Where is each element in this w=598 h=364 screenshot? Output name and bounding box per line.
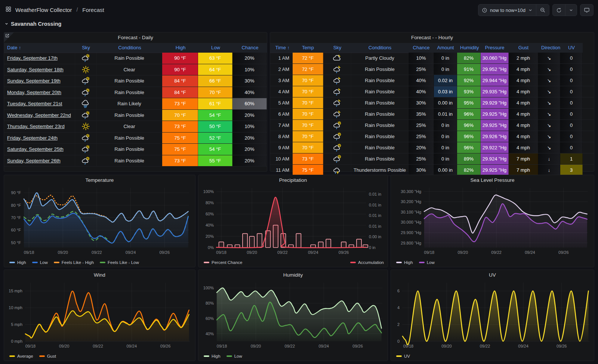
date-link[interactable]: Saturday, September 18th: [7, 67, 64, 72]
rain-sun-icon: [333, 154, 342, 164]
column-header-direction[interactable]: Direction: [538, 43, 560, 53]
svg-text:0 mph: 0 mph: [11, 339, 22, 343]
legend-item[interactable]: Feels Like - Low: [100, 260, 139, 265]
cell-direction: ↘: [538, 53, 560, 63]
legend-item[interactable]: UV: [396, 354, 410, 358]
legend-item[interactable]: Gust: [39, 354, 56, 358]
svg-text:0: 0: [397, 339, 400, 343]
uv-chart[interactable]: 09/1809/2009/2209/2409/260246: [391, 270, 594, 362]
humidity-chart[interactable]: 09/1809/2009/2209/2409/2640%60%80%100%: [198, 270, 388, 362]
legend-item[interactable]: High: [9, 260, 26, 265]
section-title: Savannah Crossing: [11, 21, 61, 27]
cell-chance: 40%: [232, 87, 267, 98]
table-row: 8 AM70 °FRain Possible25%0 in96%29.926 "…: [270, 131, 594, 142]
column-header-time[interactable]: Time ↑: [270, 43, 293, 53]
legend-item[interactable]: Feels Like - High: [54, 260, 94, 265]
pressure-chart[interactable]: 09/1809/2009/2209/2409/2629.800 "Hg29.90…: [391, 175, 594, 268]
legend-item[interactable]: Accumulation: [350, 260, 384, 265]
cell-low: 54 °F: [198, 110, 232, 121]
column-header-uv[interactable]: UV: [560, 43, 583, 53]
legend-item[interactable]: Low: [226, 354, 242, 358]
column-header-high[interactable]: High: [163, 43, 198, 53]
date-link[interactable]: Monday, September 20th: [7, 90, 61, 95]
table-row: 5 AM70 °FRain Possible30%0.00 in95%29.92…: [270, 97, 594, 109]
column-header-pressure[interactable]: Pressure: [481, 43, 509, 53]
svg-text:6: 6: [397, 289, 400, 293]
cell-high: 73 °F: [162, 98, 198, 109]
legend-item[interactable]: Low: [419, 260, 435, 265]
svg-text:09/24: 09/24: [318, 344, 329, 348]
cell-amount: 0.01 in: [434, 109, 457, 119]
cell-chance: 20%: [232, 53, 267, 64]
cell-conditions: Rain Possible: [97, 75, 163, 87]
table-row: Monday, September 20thRain Possible84 °F…: [4, 87, 267, 99]
svg-text:0.00 in: 0.00 in: [369, 234, 381, 239]
cell-uv: 3: [560, 165, 583, 175]
column-header-conditions[interactable]: Conditions: [97, 43, 163, 53]
cell-date: Monday, September 20th: [4, 87, 75, 98]
date-link[interactable]: Wednesday, September 22nd: [7, 112, 71, 118]
legend-item[interactable]: High: [396, 260, 413, 265]
dashboard-title[interactable]: WeatherFlow Collector: [15, 7, 72, 13]
column-header-gust[interactable]: Gust: [509, 43, 538, 53]
svg-text:09/24: 09/24: [126, 250, 136, 255]
time-picker-group: now to now+10d: [478, 4, 549, 16]
legend-item[interactable]: High: [204, 354, 221, 358]
date-link[interactable]: Friday, September 17th: [7, 55, 58, 61]
date-link[interactable]: Sunday, September 26th: [7, 158, 61, 164]
svg-text:09/18: 09/18: [217, 344, 227, 348]
cell-time: 6 AM: [270, 109, 293, 119]
cell-sky: [323, 153, 351, 164]
cell-direction: ↘: [538, 97, 560, 108]
cell-direction: ↘: [538, 109, 560, 119]
rain-moon-icon: [333, 76, 342, 85]
svg-text:100%: 100%: [203, 189, 214, 194]
column-header-temp[interactable]: Temp: [293, 43, 323, 53]
cell-direction: ↘: [538, 75, 560, 86]
column-header-amount[interactable]: Amount: [434, 43, 457, 53]
svg-text:30.000 "Hg: 30.000 "Hg: [401, 220, 421, 224]
column-header-low[interactable]: Low: [198, 43, 233, 53]
cell-date: Thursday, September 23rd: [4, 121, 75, 132]
refresh-interval-button[interactable]: [565, 4, 577, 16]
panel-wind: Wind09/1809/2009/2209/2409/260 mph5 mph1…: [4, 270, 195, 361]
breadcrumb-page[interactable]: Forecast: [82, 7, 104, 13]
cell-pressure: 29.929 "Hg: [481, 97, 509, 108]
temperature-chart[interactable]: 09/1809/2009/2209/2409/2650 °F60 °F70 °F…: [4, 175, 195, 268]
panel-precipitation: Precipitation09/1809/2009/2209/2409/260%…: [198, 175, 388, 267]
svg-text:09/20: 09/20: [251, 344, 261, 348]
time-range-button[interactable]: now to now+10d: [478, 4, 536, 16]
row-section-savannah-crossing[interactable]: Savannah Crossing: [4, 21, 61, 27]
cloud-moon-icon: [333, 53, 342, 63]
legend-item[interactable]: Percent Chance: [204, 260, 242, 265]
date-link[interactable]: Thursday, September 23rd: [7, 124, 65, 129]
refresh-button[interactable]: [553, 4, 565, 16]
apps-grid-icon[interactable]: [5, 6, 12, 14]
column-header-conditions[interactable]: Conditions: [351, 43, 409, 53]
chart-legend: UV: [396, 354, 590, 358]
date-link[interactable]: Saturday, September 25th: [7, 146, 64, 152]
date-link[interactable]: Tuesday, September 21st: [7, 101, 62, 106]
zoom-out-button[interactable]: [536, 4, 549, 16]
panel-title: Forecast - Daily: [4, 35, 267, 40]
column-header-chance[interactable]: Chance: [409, 43, 434, 53]
cell-chance: 40%: [409, 75, 434, 86]
date-link[interactable]: Sunday, September 19th: [7, 78, 61, 84]
cell-high: 90 °F: [162, 53, 198, 64]
column-header-sky[interactable]: Sky: [323, 43, 351, 53]
cell-sky: [75, 121, 97, 132]
column-header-date[interactable]: Date ↑: [4, 43, 75, 53]
legend-item[interactable]: Low: [32, 260, 48, 265]
legend-label: UV: [404, 354, 410, 358]
date-link[interactable]: Friday, September 24th: [7, 135, 58, 141]
kiosk-mode-button[interactable]: [580, 4, 593, 16]
wind-chart[interactable]: 09/1809/2009/2209/2409/260 mph5 mph10 mp…: [4, 270, 195, 362]
cell-conditions: Clear: [97, 64, 163, 75]
precipitation-chart[interactable]: 09/1809/2009/2209/2409/260%20%40%60%80%1…: [198, 175, 388, 268]
column-header-humidity[interactable]: Humidity: [457, 43, 481, 53]
legend-item[interactable]: Average: [9, 354, 33, 358]
svg-text:09/20: 09/20: [457, 250, 468, 255]
column-header-chance[interactable]: Chance: [233, 43, 267, 53]
table-row: Wednesday, September 22ndRain Possible70…: [4, 110, 267, 121]
column-header-sky[interactable]: Sky: [75, 43, 97, 53]
